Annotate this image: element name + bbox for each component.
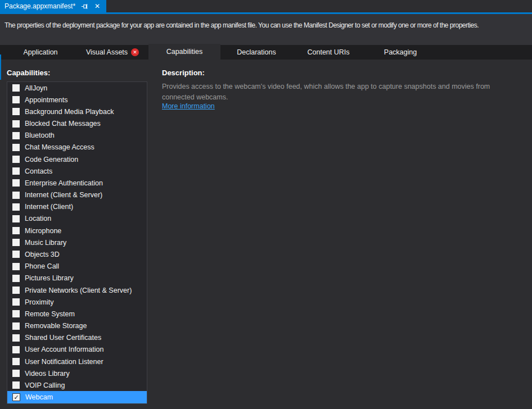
checkbox[interactable]: [12, 322, 20, 330]
capabilities-list[interactable]: AllJoyn Appointments Background Media Pl…: [7, 81, 147, 404]
capability-row-microphone[interactable]: Microphone: [7, 225, 147, 237]
capability-row-location[interactable]: Location: [7, 213, 147, 225]
capability-label: Enterprise Authentication: [25, 179, 103, 187]
capability-row-removable-storage[interactable]: Removable Storage: [7, 320, 147, 331]
checkbox[interactable]: [12, 310, 20, 317]
capability-row-voip-calling[interactable]: VOIP Calling: [7, 379, 147, 391]
description-text: Provides access to the webcam's video fe…: [162, 81, 499, 103]
tab-application[interactable]: Application ✕: [4, 45, 76, 60]
checkbox[interactable]: [12, 96, 20, 103]
checkbox[interactable]: [12, 192, 20, 199]
document-tab-bar: Package.appxmanifest* ✕: [0, 0, 532, 12]
checkbox[interactable]: [12, 215, 20, 222]
checkbox[interactable]: [12, 239, 20, 246]
document-tab-title: Package.appxmanifest*: [4, 2, 75, 10]
tab-capabilities[interactable]: Capabilities ✕: [148, 44, 220, 60]
document-tab[interactable]: Package.appxmanifest* ✕: [0, 0, 106, 12]
checkbox[interactable]: [12, 84, 20, 92]
capabilities-label: Capabilities:: [7, 69, 50, 77]
checkbox[interactable]: [12, 334, 20, 342]
tab-packaging[interactable]: Packaging ✕: [364, 45, 436, 60]
capability-row-blocked-chat-messages[interactable]: Blocked Chat Messages: [7, 118, 147, 130]
tab-label: Application: [23, 48, 57, 56]
capability-row-code-generation[interactable]: Code Generation: [7, 153, 147, 165]
capability-label: Chat Message Access: [25, 143, 94, 151]
capability-row-user-account-information[interactable]: User Account Information: [7, 344, 147, 356]
checkbox[interactable]: [12, 251, 20, 258]
capability-label: Internet (Client & Server): [25, 191, 102, 199]
capability-row-contacts[interactable]: Contacts: [7, 165, 147, 177]
checkbox[interactable]: [12, 263, 20, 270]
capability-label: Phone Call: [25, 262, 59, 270]
capability-label: Webcam: [25, 393, 53, 401]
checkbox[interactable]: ✓: [12, 393, 20, 401]
capability-row-remote-system[interactable]: Remote System: [7, 308, 147, 320]
intro-text: The properties of the deployment package…: [4, 21, 479, 29]
capability-label: User Account Information: [25, 346, 103, 353]
capability-row-pictures-library[interactable]: Pictures Library: [7, 272, 147, 284]
capability-label: Music Library: [25, 239, 66, 247]
pin-icon[interactable]: [80, 2, 88, 10]
tab-visual-assets[interactable]: Visual Assets ✕: [76, 45, 148, 60]
capability-label: Shared User Certificates: [25, 334, 101, 342]
tab-content-uris[interactable]: Content URIs ✕: [292, 45, 364, 60]
designer-content: Capabilities: AllJoyn Appointments Backg…: [0, 60, 532, 409]
checkbox[interactable]: [12, 227, 20, 234]
capability-row-user-notification-listener[interactable]: User Notification Listener: [7, 356, 147, 367]
capability-label: Background Media Playback: [25, 108, 114, 116]
capability-label: Proximity: [25, 298, 53, 306]
checkbox[interactable]: [12, 156, 20, 163]
capability-row-bluetooth[interactable]: Bluetooth: [7, 130, 147, 142]
checkbox[interactable]: [12, 370, 20, 377]
capability-row-phone-call[interactable]: Phone Call: [7, 261, 147, 272]
checkbox[interactable]: [12, 298, 20, 306]
capability-label: User Notification Listener: [25, 358, 103, 366]
capability-row-enterprise-authentication[interactable]: Enterprise Authentication: [7, 177, 147, 189]
left-accent-strip: [0, 54, 1, 80]
capability-row-shared-user-certificates[interactable]: Shared User Certificates: [7, 332, 147, 344]
capability-label: Appointments: [25, 96, 67, 104]
close-icon[interactable]: ✕: [93, 2, 101, 10]
checkbox[interactable]: [12, 132, 20, 139]
tab-label: Capabilities: [166, 48, 203, 56]
tab-label: Visual Assets: [86, 48, 128, 56]
capability-label: Videos Library: [25, 370, 70, 378]
tab-label: Declarations: [237, 48, 276, 56]
checkbox[interactable]: [12, 108, 20, 115]
more-information-link[interactable]: More information: [162, 102, 215, 110]
checkbox[interactable]: [12, 179, 20, 187]
checkbox[interactable]: [12, 144, 20, 151]
checkbox[interactable]: [12, 346, 20, 353]
tab-label: Content URIs: [307, 48, 349, 56]
capability-row-webcam[interactable]: ✓ Webcam: [7, 391, 147, 403]
capability-row-music-library[interactable]: Music Library: [7, 237, 147, 248]
capability-row-alljoyn[interactable]: AllJoyn: [7, 82, 147, 94]
description-label: Description:: [162, 69, 205, 77]
capability-row-chat-message-access[interactable]: Chat Message Access: [7, 142, 147, 153]
capability-label: Removable Storage: [25, 322, 87, 330]
capability-label: Internet (Client): [25, 203, 73, 211]
checkbox[interactable]: [12, 275, 20, 282]
capability-row-internet-client-server[interactable]: Internet (Client & Server): [7, 189, 147, 201]
checkbox[interactable]: [12, 287, 20, 294]
manifest-designer-window: Package.appxmanifest* ✕ The properties o…: [0, 0, 532, 409]
checkbox[interactable]: [12, 167, 20, 175]
checkbox[interactable]: [12, 203, 20, 211]
capability-row-appointments[interactable]: Appointments: [7, 94, 147, 106]
checkbox[interactable]: [12, 120, 20, 128]
capability-label: Private Networks (Client & Server): [25, 287, 132, 294]
capability-row-objects-3d[interactable]: Objects 3D: [7, 248, 147, 260]
tab-declarations[interactable]: Declarations ✕: [220, 45, 292, 60]
capability-row-internet-client[interactable]: Internet (Client): [7, 201, 147, 213]
capability-label: Bluetooth: [25, 131, 55, 139]
capability-label: Contacts: [25, 167, 52, 175]
intro-banner: The properties of the deployment package…: [0, 14, 532, 45]
capability-label: Blocked Chat Messages: [25, 120, 101, 128]
capability-row-proximity[interactable]: Proximity: [7, 296, 147, 308]
capability-row-videos-library[interactable]: Videos Library: [7, 367, 147, 379]
capability-row-background-media-playback[interactable]: Background Media Playback: [7, 106, 147, 117]
capability-row-private-networks-client-server[interactable]: Private Networks (Client & Server): [7, 284, 147, 296]
checkbox[interactable]: [12, 381, 20, 389]
checkbox[interactable]: [12, 358, 20, 365]
capability-label: Objects 3D: [25, 251, 60, 258]
